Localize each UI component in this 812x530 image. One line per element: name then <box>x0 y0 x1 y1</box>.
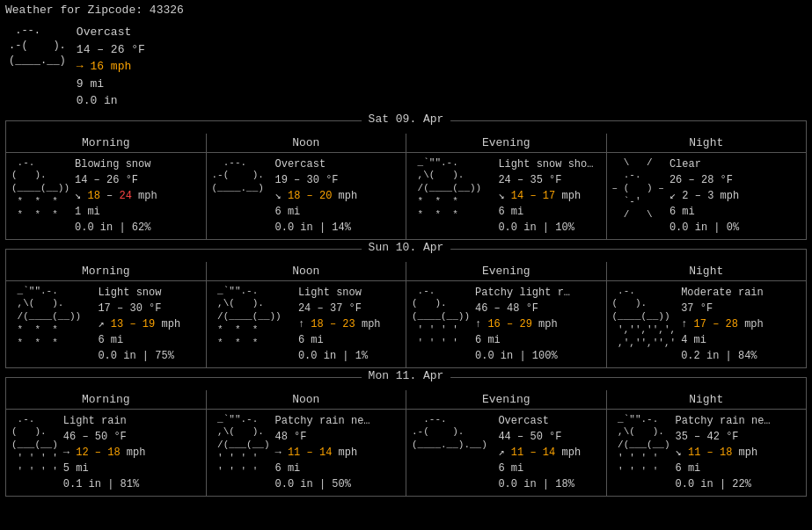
weather-icon-0-2: _`"".-. ,\( ). /(____(__)) * * * * * * <box>412 156 493 221</box>
weather-info-0-3: Clear 26 – 28 °F ↙ 2 – 3 mph 6 mi 0.0 in… <box>669 156 739 236</box>
day-section-2: Mon 11. AprMorningNoonEveningNight .-. (… <box>5 377 807 497</box>
day-section-0: Sat 09. AprMorningNoonEveningNight .-. (… <box>5 120 807 240</box>
weather-info-2-1: Patchy rain ne… 48 °F → 11 – 14 mph 6 mi… <box>275 413 370 492</box>
current-weather-icon: .--. .-( ). (____.__) <box>9 24 66 68</box>
day-header-2: Mon 11. Apr <box>362 369 451 382</box>
weather-icon-1-3: .-. ( ). (____(__)) ','','',', ,','','',… <box>612 285 677 350</box>
period-header-2-1: Noon <box>207 390 407 409</box>
current-weather: .--. .-( ). (____.__) Overcast 14 – 26 °… <box>5 24 807 110</box>
period-cell-2-1: _`"".-. ,\( ). /(___(__) ' ' ' ' ' ' ' '… <box>207 410 407 496</box>
period-header-2-2: Evening <box>406 390 607 409</box>
weather-icon-0-1: .--. .-( ). (____.__) <box>212 156 270 196</box>
period-cell-1-0: _`"".-. ,\( ). /(____(__)) * * * * * *Li… <box>6 281 207 367</box>
page: Weather for Zipcode: 43326 .--. .-( ). (… <box>0 0 812 509</box>
weather-icon-1-0: _`"".-. ,\( ). /(____(__)) * * * * * * <box>11 285 92 350</box>
day-section-1: Sun 10. AprMorningNoonEveningNight _`"".… <box>5 249 807 368</box>
period-cell-1-2: .-. ( ). (____(__)) ' ' ' ' ' ' ' 'Patch… <box>406 281 607 367</box>
period-cell-2-0: .-. ( ). (___(__) ' ' ' ' ' ' ' 'Light r… <box>6 410 207 496</box>
period-header-1-2: Evening <box>406 262 607 280</box>
period-cell-0-3: \ / .-. – ( ) – `-' / \Clear 26 – 28 °F … <box>607 153 807 239</box>
weather-icon-2-0: .-. ( ). (___(__) ' ' ' ' ' ' ' ' <box>11 413 58 478</box>
day-header-1: Sun 10. Apr <box>362 241 451 254</box>
period-cell-2-3: _`"".-. ,\( ). /(___(__) ' ' ' ' ' ' ' '… <box>607 410 807 496</box>
weather-info-1-2: Patchy light r… 46 – 48 °F ↑ 16 – 29 mph… <box>475 285 570 364</box>
current-wind: → 16 mph <box>77 60 131 73</box>
period-header-2-0: Morning <box>6 390 207 409</box>
period-header-1-1: Noon <box>207 262 407 280</box>
page-title: Weather for Zipcode: 43326 <box>5 4 807 17</box>
current-condition: Overcast <box>77 25 131 39</box>
weather-icon-2-1: _`"".-. ,\( ). /(___(__) ' ' ' ' ' ' ' ' <box>212 413 270 478</box>
weather-icon-1-2: .-. ( ). (____(__)) ' ' ' ' ' ' ' ' <box>412 285 470 350</box>
period-cell-0-1: .--. .-( ). (____.__) Overcast 19 – 30 °… <box>207 153 407 239</box>
weather-icon-1-1: _`"".-. ,\( ). /(____(__)) * * * * * * <box>212 285 293 350</box>
period-cell-0-0: .-. ( ). (____(__)) * * * * * *Blowing s… <box>6 153 207 239</box>
period-header-2-3: Night <box>607 390 807 409</box>
weather-info-1-0: Light snow 17 – 30 °F ↗ 13 – 19 mph 6 mi… <box>98 285 180 364</box>
period-header-1-3: Night <box>607 262 807 280</box>
weather-info-0-1: Overcast 19 – 30 °F ↘ 18 – 20 mph 6 mi 0… <box>275 156 358 236</box>
weather-info-1-1: Light snow 24 – 37 °F ↑ 18 – 23 mph 6 mi… <box>298 285 381 364</box>
current-temp: 14 – 26 °F <box>77 43 145 56</box>
period-header-0-0: Morning <box>6 134 207 152</box>
current-weather-info: Overcast 14 – 26 °F → 16 mph 9 mi 0.0 in <box>77 24 145 110</box>
period-header-1-0: Morning <box>6 262 207 280</box>
days-container: Sat 09. AprMorningNoonEveningNight .-. (… <box>5 120 807 497</box>
weather-icon-0-3: \ / .-. – ( ) – `-' / \ <box>612 156 664 221</box>
period-cell-1-1: _`"".-. ,\( ). /(____(__)) * * * * * *Li… <box>207 281 407 367</box>
weather-icon-2-2: .--. .-( ). (____.__).__) <box>412 413 493 453</box>
weather-icon-2-3: _`"".-. ,\( ). /(___(__) ' ' ' ' ' ' ' ' <box>612 413 670 478</box>
period-header-0-3: Night <box>607 134 807 152</box>
weather-icon-0-0: .-. ( ). (____(__)) * * * * * * <box>11 156 69 221</box>
period-header-0-2: Evening <box>406 134 607 152</box>
weather-info-0-0: Blowing snow 14 – 26 °F ↘ 18 – 24 mph 1 … <box>75 156 157 236</box>
weather-info-2-2: Overcast 44 – 50 °F ↗ 11 – 14 mph 6 mi 0… <box>498 413 581 492</box>
day-header-0: Sat 09. Apr <box>362 113 451 126</box>
weather-info-0-2: Light snow sho… 24 – 35 °F ↘ 14 – 17 mph… <box>498 156 593 236</box>
current-visibility: 9 mi <box>77 77 104 91</box>
weather-info-2-0: Light rain 46 – 50 °F → 12 – 18 mph 5 mi… <box>63 413 146 492</box>
period-cell-0-2: _`"".-. ,\( ). /(____(__)) * * * * * *Li… <box>406 153 607 239</box>
current-precip: 0.0 in <box>77 94 118 107</box>
weather-info-2-3: Patchy rain ne… 35 – 42 °F ↘ 11 – 18 mph… <box>676 413 771 492</box>
period-cell-1-3: .-. ( ). (____(__)) ','','',', ,','','',… <box>607 281 807 367</box>
period-cell-2-2: .--. .-( ). (____.__).__) Overcast 44 – … <box>406 410 607 496</box>
weather-info-1-3: Moderate rain 37 °F ↑ 17 – 28 mph 4 mi 0… <box>681 285 764 364</box>
period-header-0-1: Noon <box>207 134 407 152</box>
